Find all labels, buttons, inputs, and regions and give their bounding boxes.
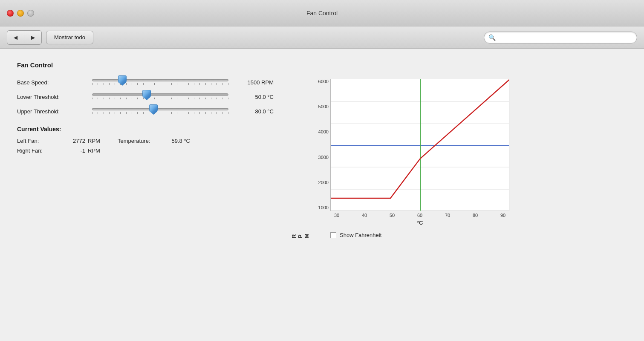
y-label-1000: 1000: [318, 205, 329, 210]
lower-threshold-slider-container: [92, 93, 228, 100]
lower-threshold-value: 50.0 °C: [235, 94, 274, 100]
rpm-axis-label: RPM: [291, 79, 310, 238]
toolbar: ◀ ▶ Mostrar todo 🔍: [0, 26, 644, 49]
search-icon: 🔍: [488, 34, 496, 41]
fahrenheit-row: Show Fahrenheit: [330, 232, 509, 238]
base-speed-slider-container: [92, 79, 228, 86]
x-label-60: 60: [413, 213, 426, 218]
forward-button[interactable]: ▶: [24, 31, 41, 44]
upper-threshold-value: 80.0 °C: [235, 108, 274, 115]
search-input[interactable]: [497, 34, 632, 40]
y-label-2000: 2000: [318, 180, 329, 185]
right-fan-unit: RPM: [88, 147, 105, 154]
x-axis-title: °C: [330, 220, 509, 226]
minimize-button[interactable]: [17, 10, 24, 17]
upper-threshold-label: Upper Threshold:: [17, 108, 85, 115]
left-fan-row: Left Fan: 2772 RPM Temperature: 59.8 °C: [17, 138, 274, 144]
fahrenheit-checkbox[interactable]: [330, 232, 336, 238]
x-label-50: 50: [386, 213, 399, 218]
y-label-5000: 5000: [318, 104, 329, 109]
show-all-button[interactable]: Mostrar todo: [46, 31, 93, 44]
x-axis: 30 40 50 60 70 80 90: [330, 211, 509, 218]
y-label-3000: 3000: [318, 155, 329, 160]
current-values-title: Current Values:: [17, 126, 274, 133]
controls-panel: Base Speed: 1500 RPM Lower Threshold:: [17, 79, 274, 154]
temperature-value: 59.8 °C: [160, 138, 190, 144]
left-fan-label: Left Fan:: [17, 138, 55, 144]
right-fan-value: -1: [55, 147, 85, 154]
chart-area: 6000 5000 4000 3000 2000 1000: [312, 79, 509, 238]
rpm-chart: [330, 79, 509, 211]
base-speed-value: 1500 RPM: [235, 79, 274, 86]
back-button[interactable]: ◀: [7, 31, 24, 44]
chart-panel: RPM 6000 5000 4000 3000 2000 1000: [291, 79, 627, 238]
upper-threshold-slider-container: [92, 108, 228, 115]
titlebar: Fan Control: [0, 0, 644, 26]
y-label-4000: 4000: [318, 129, 329, 134]
current-values-grid: Left Fan: 2772 RPM Temperature: 59.8 °C …: [17, 138, 274, 154]
left-fan-unit: RPM: [88, 138, 105, 144]
base-speed-row: Base Speed: 1500 RPM: [17, 79, 274, 86]
upper-threshold-row: Upper Threshold: 80.0 °C: [17, 108, 274, 115]
section-title: Fan Control: [17, 61, 627, 69]
upper-threshold-track[interactable]: [92, 108, 228, 110]
lower-threshold-row: Lower Threshold: 50.0 °C: [17, 93, 274, 100]
nav-buttons: ◀ ▶: [7, 30, 42, 45]
content-area: Fan Control Base Speed: 1500 RPM: [0, 49, 644, 341]
window-title: Fan Control: [306, 10, 338, 17]
fahrenheit-label: Show Fahrenheit: [340, 232, 381, 238]
left-fan-value: 2772: [55, 138, 85, 144]
right-fan-label: Right Fan:: [17, 147, 55, 154]
lower-threshold-label: Lower Threshold:: [17, 94, 85, 100]
base-speed-ticks: [92, 82, 228, 86]
zoom-button[interactable]: [27, 10, 34, 17]
search-box: 🔍: [484, 32, 637, 43]
chart-with-yaxis: 6000 5000 4000 3000 2000 1000: [312, 79, 509, 211]
x-label-90: 90: [497, 213, 509, 218]
upper-threshold-ticks: [92, 111, 228, 115]
close-button[interactable]: [7, 10, 14, 17]
current-values-section: Current Values: Left Fan: 2772 RPM Tempe…: [17, 126, 274, 154]
lower-threshold-track[interactable]: [92, 93, 228, 96]
y-label-6000: 6000: [318, 79, 329, 84]
x-label-70: 70: [441, 213, 454, 218]
x-label-80: 80: [469, 213, 482, 218]
traffic-lights: [7, 10, 34, 17]
main-window: Fan Control ◀ ▶ Mostrar todo 🔍 Fan Contr…: [0, 0, 644, 341]
base-speed-track[interactable]: [92, 79, 228, 81]
right-fan-row: Right Fan: -1 RPM: [17, 147, 274, 154]
base-speed-label: Base Speed:: [17, 79, 85, 86]
x-label-30: 30: [330, 213, 343, 218]
x-label-40: 40: [358, 213, 371, 218]
chart-wrapper: RPM 6000 5000 4000 3000 2000 1000: [291, 79, 627, 238]
lower-threshold-ticks: [92, 97, 228, 100]
main-layout: Base Speed: 1500 RPM Lower Threshold:: [17, 79, 627, 238]
y-axis: 6000 5000 4000 3000 2000 1000: [312, 79, 329, 211]
temperature-label: Temperature:: [118, 138, 160, 144]
